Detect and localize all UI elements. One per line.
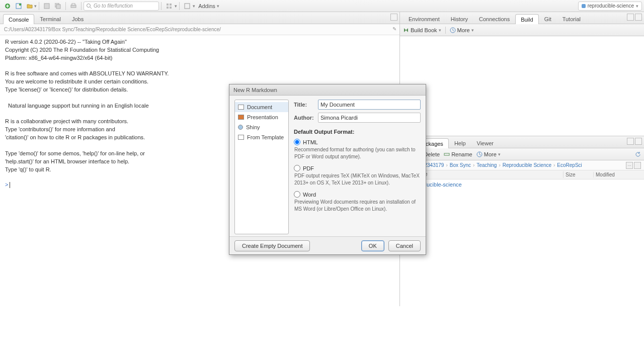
svg-rect-5	[56, 5, 60, 9]
tab-viewer[interactable]: Viewer	[471, 138, 499, 148]
files-more-button[interactable]: More ▾	[476, 151, 501, 157]
build-book-button[interactable]: Build Book ▾	[403, 27, 441, 33]
svg-rect-3	[44, 4, 49, 9]
pane-min2-icon[interactable]	[627, 138, 634, 145]
open-recent-caret-icon[interactable]: ▾	[34, 4, 37, 9]
radio-pdf[interactable]	[294, 165, 300, 171]
tab-tutorial[interactable]: Tutorial	[557, 14, 586, 24]
files-list: reproducible-science	[400, 179, 644, 190]
radio-pdf-label: PDF	[303, 165, 314, 171]
svg-rect-9	[167, 4, 169, 6]
list-item[interactable]: reproducible-science	[400, 179, 644, 190]
project-caret-icon: ▾	[636, 4, 638, 9]
crumb-3[interactable]: Reproducible Science	[503, 162, 551, 168]
pane-max-icon[interactable]	[635, 14, 642, 21]
project-selector[interactable]: reproducible-science ▾	[578, 2, 642, 11]
template-icon	[238, 135, 244, 140]
pane-max2-icon[interactable]	[635, 138, 642, 145]
svg-rect-7	[72, 4, 75, 5]
sidebar-item-template[interactable]: From Template	[235, 132, 288, 142]
open-file-icon[interactable]	[25, 2, 34, 11]
console-cursor	[10, 182, 10, 188]
tab-help[interactable]: Help	[449, 138, 471, 148]
sidebar-item-label: From Template	[247, 134, 284, 140]
tab-environment[interactable]: Environment	[403, 14, 445, 24]
radio-word-desc: Previewing Word documents requires an in…	[294, 199, 421, 212]
sidebar-item-document[interactable]: Document	[235, 102, 288, 112]
project-name: reproducible-science	[588, 3, 634, 9]
tab-git[interactable]: Git	[539, 14, 557, 24]
tab-console[interactable]: Console	[3, 14, 34, 24]
sidebar-item-label: Shiny	[246, 124, 260, 130]
pane-min-icon[interactable]	[627, 14, 634, 21]
create-empty-button[interactable]: Create Empty Document	[234, 240, 310, 251]
grid-view-icon[interactable]	[165, 2, 174, 11]
tab-terminal[interactable]: Terminal	[34, 14, 66, 24]
build-toolbar: Build Book ▾ More ▾	[400, 24, 644, 36]
new-rmarkdown-dialog: New R Markdown Document Presentation Shi…	[229, 84, 426, 255]
files-refresh-icon[interactable]	[635, 151, 641, 157]
crumb-4[interactable]: EcoRepSci	[557, 162, 582, 168]
title-label: Title:	[294, 102, 318, 108]
files-rename-button[interactable]: Rename	[444, 151, 472, 157]
svg-point-2	[19, 3, 21, 5]
build-more-button[interactable]: More ▾	[450, 27, 474, 33]
build-more-label: More	[457, 27, 470, 33]
tab-history[interactable]: History	[445, 14, 473, 24]
cancel-button[interactable]: Cancel	[388, 240, 421, 251]
files-delete-label: Delete	[424, 151, 440, 157]
project-icon	[582, 4, 586, 8]
sidebar-item-shiny[interactable]: Shiny	[235, 122, 288, 132]
svg-rect-11	[167, 7, 169, 9]
tab-jobs[interactable]: Jobs	[66, 14, 89, 24]
dialog-title: New R Markdown	[233, 87, 277, 93]
files-columns-header: Name Size Modified	[400, 170, 644, 179]
crumb-up-icon[interactable]	[634, 162, 641, 169]
build-book-label: Build Book	[411, 27, 437, 33]
console-startup-text: R version 4.0.2 (2020-06-22) -- "Taking …	[5, 39, 169, 172]
save-all-icon[interactable]	[53, 2, 62, 11]
console-wd-path: C:/Users/A02343179/Box Sync/Teaching/Rep…	[4, 27, 221, 32]
sidebar-item-label: Presentation	[247, 114, 278, 120]
addins-menu[interactable]: Addins	[198, 3, 215, 9]
build-pane-body	[400, 36, 644, 136]
addins-caret-icon[interactable]: ▾	[217, 4, 219, 9]
new-project-icon[interactable]	[14, 2, 23, 11]
crumb-more-icon[interactable]: …	[626, 162, 633, 169]
pane-maximize-icon[interactable]	[390, 14, 397, 21]
print-icon[interactable]	[69, 2, 78, 11]
sidebar-item-presentation[interactable]: Presentation	[235, 112, 288, 122]
ok-button[interactable]: OK	[361, 240, 384, 251]
radio-html-desc: Recommended format for authoring (you ca…	[294, 146, 421, 160]
radio-pdf-desc: PDF output requires TeX (MiKTeX on Windo…	[294, 172, 421, 186]
console-pane-tabs: Console Terminal Jobs	[0, 12, 399, 24]
tab-build[interactable]: Build	[515, 14, 538, 24]
new-file-icon[interactable]	[3, 2, 12, 11]
document-icon	[238, 105, 244, 110]
author-label: Author:	[294, 115, 318, 121]
radio-word-label: Word	[303, 192, 316, 198]
goto-file-input[interactable]: Go to file/function	[84, 2, 159, 11]
files-pane-tabs: ts Packages Help Viewer	[400, 136, 644, 148]
sidebar-item-label: Document	[247, 104, 272, 110]
shiny-icon	[238, 125, 243, 130]
output-format-heading: Default Output Format:	[294, 129, 421, 135]
svg-rect-12	[170, 7, 172, 9]
author-input[interactable]	[318, 113, 421, 123]
title-input[interactable]	[318, 100, 421, 110]
tools-icon[interactable]	[183, 2, 192, 11]
clear-console-icon[interactable]: ✎	[392, 26, 396, 32]
console-prompt: >	[5, 182, 8, 188]
grid-caret-icon[interactable]: ▾	[175, 4, 177, 9]
crumb-2[interactable]: Teaching	[476, 162, 497, 168]
tools-caret-icon[interactable]: ▾	[193, 4, 195, 9]
radio-word[interactable]	[294, 191, 300, 198]
radio-html[interactable]	[294, 139, 300, 145]
goto-placeholder: Go to file/function	[94, 3, 133, 9]
crumb-1[interactable]: Box Sync	[450, 162, 471, 168]
save-icon[interactable]	[42, 2, 51, 11]
presentation-icon	[238, 115, 244, 120]
tab-connections[interactable]: Connections	[473, 14, 515, 24]
files-toolbar: lder Delete Rename More ▾	[400, 148, 644, 160]
svg-point-8	[87, 4, 91, 7]
